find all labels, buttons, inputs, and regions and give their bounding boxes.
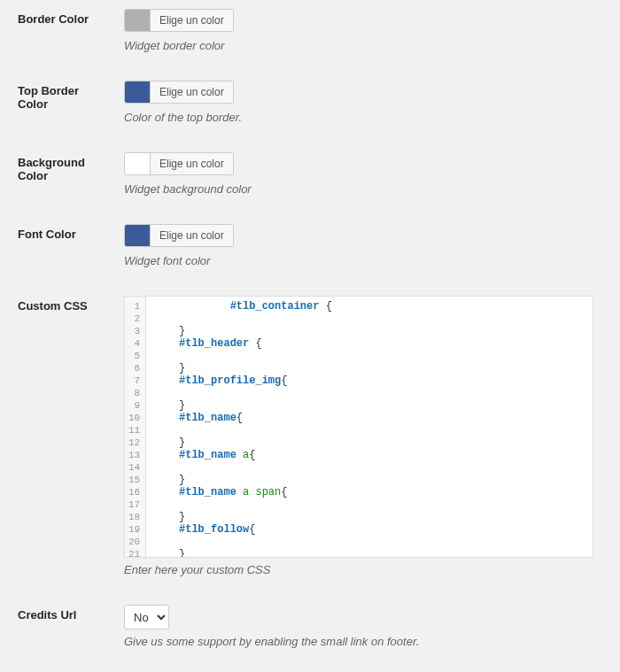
row-font-color: Font Color Elige un color Widget font co…	[18, 224, 602, 267]
settings-form: Border Color Elige un color Widget borde…	[18, 9, 602, 648]
credits-url-select[interactable]: No	[124, 605, 169, 630]
description-background-color: Widget background color	[124, 182, 602, 196]
color-picker-background[interactable]: Elige un color	[124, 152, 234, 175]
code-content[interactable]: #tlb_container { } #tlb_header { } #tlb_…	[146, 297, 593, 557]
color-button-border[interactable]: Elige un color	[150, 10, 233, 31]
label-font-color: Font Color	[18, 224, 124, 267]
description-top-border-color: Color of the top border.	[124, 111, 602, 124]
color-swatch-top-border	[125, 81, 150, 103]
color-button-top-border[interactable]: Elige un color	[150, 81, 233, 103]
color-picker-top-border[interactable]: Elige un color	[124, 81, 234, 104]
row-custom-css: Custom CSS 12345678910111213141516171819…	[18, 296, 602, 576]
code-gutter: 123456789101112131415161718192021	[125, 297, 146, 557]
color-swatch-background	[125, 153, 150, 174]
label-border-color: Border Color	[18, 9, 124, 52]
label-custom-css: Custom CSS	[18, 296, 124, 576]
description-custom-css: Enter here your custom CSS	[124, 563, 602, 576]
color-swatch-border	[125, 10, 150, 31]
description-credits-url: Give us some support by enabling the sma…	[124, 635, 602, 648]
row-top-border-color: Top Border Color Elige un color Color of…	[18, 81, 602, 124]
description-border-color: Widget border color	[124, 39, 602, 52]
row-border-color: Border Color Elige un color Widget borde…	[18, 9, 602, 52]
color-picker-font[interactable]: Elige un color	[124, 224, 234, 247]
color-button-font[interactable]: Elige un color	[150, 225, 233, 246]
color-picker-border[interactable]: Elige un color	[124, 9, 234, 32]
code-editor[interactable]: 123456789101112131415161718192021 #tlb_c…	[124, 296, 593, 558]
label-top-border-color: Top Border Color	[18, 81, 124, 124]
description-font-color: Widget font color	[124, 254, 602, 267]
row-background-color: Background Color Elige un color Widget b…	[18, 152, 602, 196]
label-background-color: Background Color	[18, 152, 124, 196]
row-credits-url: Credits Url No Give us some support by e…	[18, 605, 602, 648]
color-button-background[interactable]: Elige un color	[150, 153, 233, 174]
label-credits-url: Credits Url	[18, 605, 124, 648]
color-swatch-font	[125, 225, 150, 246]
